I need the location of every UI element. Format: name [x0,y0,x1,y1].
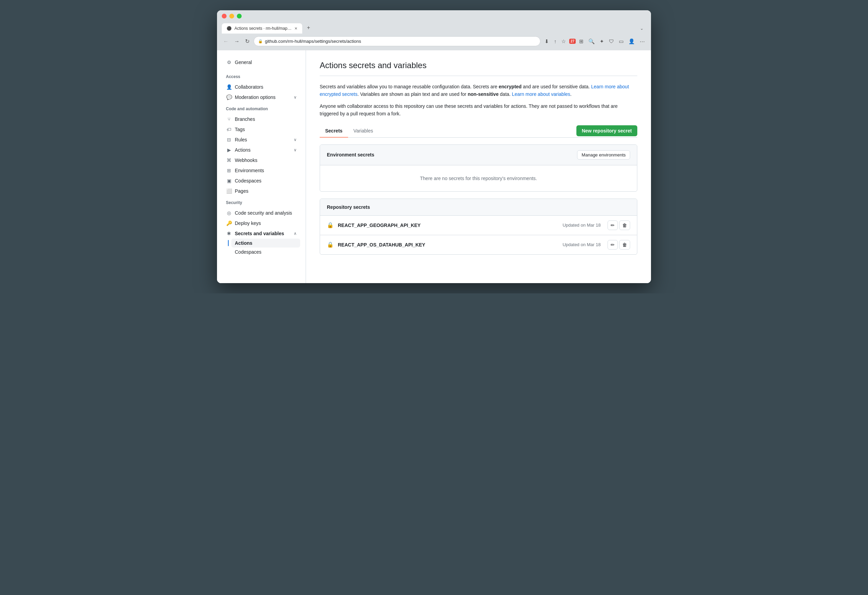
chevron-down-icon-actions: ∨ [294,148,297,152]
traffic-lights [222,14,646,18]
extension-badge[interactable]: 27 [569,39,576,44]
new-repository-secret-button[interactable]: New repository secret [576,125,637,136]
environment-secrets-title: Environment secrets [327,152,375,158]
more-options-icon[interactable]: ⋯ [638,37,646,46]
delete-secret-button-2[interactable]: 🗑 [619,240,630,250]
sidebar-item-secrets-vars[interactable]: ✱ Secrets and variables ∧ [223,228,300,239]
minimize-button[interactable] [229,14,234,18]
webhook-icon: ⌘ [226,157,232,163]
shield-browser-icon[interactable]: 🛡 [608,37,616,46]
secret-date-1: Updated on Mar 18 [563,223,601,228]
tab-variables[interactable]: Variables [348,125,379,137]
codespaces-icon: ▣ [226,178,232,184]
extension-puzzle-icon[interactable]: ⊞ [578,37,585,46]
secret-name-2: REACT_APP_OS_DATAHUB_API_KEY [338,242,563,248]
address-bar-row: ← → ↻ 🔒 github.com/rm-hull/maps/settings… [217,34,651,50]
description-box: Secrets and variables allow you to manag… [320,83,637,118]
pages-icon: ⬜ [226,188,232,194]
edit-secret-button-2[interactable]: ✏ [608,240,618,250]
tab-close-icon[interactable]: ✕ [294,27,297,31]
sidebar-item-code-security[interactable]: ◎ Code security and analysis [223,208,300,218]
browser-chrome: ⚫ Actions secrets · rm-hull/map… ✕ + ⌄ [217,10,651,34]
environment-secrets-card: Environment secrets Manage environments … [320,145,637,192]
actions-icon: ▶ [226,147,232,153]
variables-link[interactable]: Learn more about variables [512,92,570,97]
new-tab-button[interactable]: + [303,22,314,34]
browser-window: ⚫ Actions secrets · rm-hull/map… ✕ + ⌄ ←… [217,10,651,283]
extensions-icon[interactable]: ✦ [598,37,605,46]
window-expand-icon: ⌄ [637,23,646,34]
sidebar-toggle-icon[interactable]: ▭ [617,37,625,46]
sidebar-label-collaborators: Collaborators [235,84,263,90]
key-icon: 🔑 [226,220,232,226]
chevron-up-icon: ∧ [294,231,297,236]
sidebar-item-collaborators[interactable]: 👤 Collaborators [223,82,300,92]
sidebar-label-secrets-vars: Secrets and variables [235,231,284,236]
sidebar-item-pages[interactable]: ⬜ Pages [223,186,300,196]
desc1-bold: encrypted [499,84,522,89]
code-security-icon: ◎ [226,210,232,216]
lock-secret-icon-1: 🔒 [327,222,334,228]
sidebar-item-moderation[interactable]: 💬 Moderation options ∨ [223,92,300,102]
sidebar-item-actions[interactable]: ▶ Actions ∨ [223,145,300,155]
sidebar-item-deploy-keys[interactable]: 🔑 Deploy keys [223,218,300,228]
page-title: Actions secrets and variables [320,61,637,76]
sub-item-codespaces[interactable]: Codespaces [231,248,300,257]
section-title-code-automation: Code and automation [223,105,300,113]
forward-button[interactable]: → [233,37,241,46]
sidebar-item-codespaces[interactable]: ▣ Codespaces [223,176,300,186]
gear-icon: ⚙ [226,59,232,65]
secret-row: 🔒 REACT_APP_GEOGRAPH_API_KEY Updated on … [320,216,637,235]
desc1-before: Secrets and variables allow you to manag… [320,84,499,89]
sidebar-item-webhooks[interactable]: ⌘ Webhooks [223,155,300,165]
tab-title: Actions secrets · rm-hull/map… [235,26,292,31]
sidebar-item-environments[interactable]: ⊞ Environments [223,165,300,176]
close-button[interactable] [222,14,227,18]
sidebar-item-general[interactable]: ⚙ General [223,57,300,68]
tab-secrets[interactable]: Secrets [320,125,348,137]
magnify-icon[interactable]: 🔍 [587,37,596,46]
download-icon[interactable]: ⬇ [543,37,551,46]
section-title-security: Security [223,199,300,207]
profile-icon[interactable]: 👤 [627,37,636,46]
tabs-row: Secrets Variables New repository secret [320,125,637,137]
active-tab[interactable]: ⚫ Actions secrets · rm-hull/map… ✕ [222,23,302,34]
repository-secrets-title: Repository secrets [327,204,370,210]
sidebar-label-branches: Branches [235,117,255,122]
reload-button[interactable]: ↻ [244,37,251,46]
desc1-mid: and are used for sensitive data. [522,84,591,89]
branch-icon: ⑂ [226,116,232,122]
edit-secret-button-1[interactable]: ✏ [608,220,618,230]
sidebar-label-environments: Environments [235,168,264,173]
sidebar-item-rules[interactable]: ⊟ Rules ∨ [223,134,300,145]
sidebar-label-code-security: Code security and analysis [235,210,292,216]
sidebar-label-moderation: Moderation options [235,94,276,100]
chevron-down-icon: ∨ [294,95,297,100]
maximize-button[interactable] [237,14,242,18]
person-icon: 👤 [226,84,232,90]
desc1-bold2: non-sensitive [468,92,498,97]
sub-items-secrets-vars: Actions Codespaces [223,239,300,257]
share-icon[interactable]: ↑ [552,37,558,46]
bookmark-icon[interactable]: ☆ [560,37,567,46]
sidebar-item-tags[interactable]: 🏷 Tags [223,124,300,134]
delete-secret-button-1[interactable]: 🗑 [619,220,630,230]
desc1-dot: . [570,92,571,97]
sidebar-item-branches[interactable]: ⑂ Branches [223,114,300,124]
description-para2: Anyone with collaborator access to this … [320,102,637,118]
tag-icon: 🏷 [226,126,232,133]
github-favicon-icon: ⚫ [227,26,232,31]
manage-environments-button[interactable]: Manage environments [577,150,630,159]
repository-secrets-card: Repository secrets 🔒 REACT_APP_GEOGRAPH_… [320,199,637,255]
sidebar-label-pages: Pages [235,188,248,194]
chevron-down-icon-rules: ∨ [294,137,297,142]
back-button[interactable]: ← [222,37,230,46]
grid-icon: ⊞ [226,167,232,174]
sub-item-actions-label: Actions [235,240,252,246]
desc1-after: . Variables are shown as plain text and … [358,92,468,97]
address-bar[interactable]: 🔒 github.com/rm-hull/maps/settings/secre… [254,36,540,46]
sub-item-actions[interactable]: Actions [231,239,300,248]
section-title-access: Access [223,73,300,80]
rules-icon: ⊟ [226,137,232,143]
secret-name-1: REACT_APP_GEOGRAPH_API_KEY [338,223,563,228]
